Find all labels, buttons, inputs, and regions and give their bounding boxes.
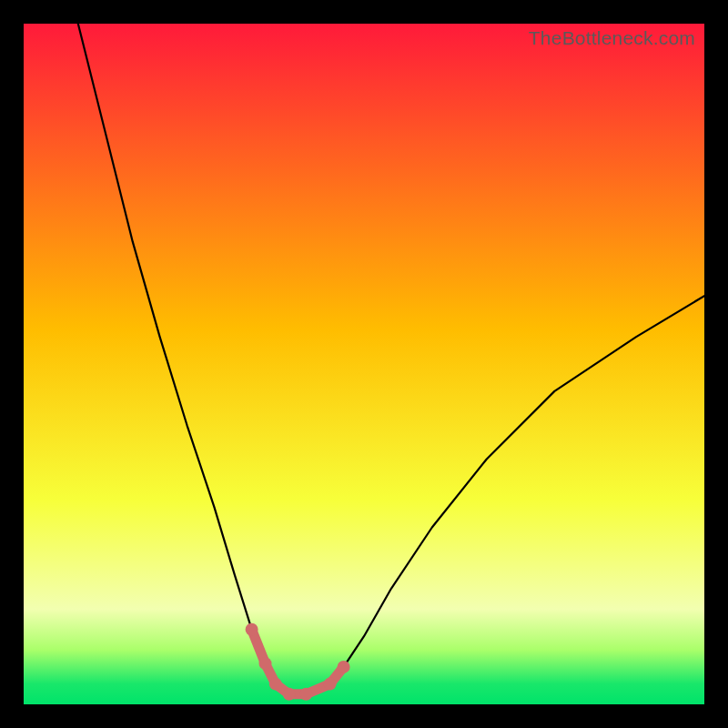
highlight-dot: [269, 678, 282, 691]
gradient-background: [24, 24, 704, 704]
plot-area: TheBottleneck.com: [24, 24, 704, 704]
highlight-dot: [246, 623, 258, 636]
chart-frame: TheBottleneck.com: [0, 0, 728, 728]
bottleneck-chart: [24, 24, 704, 704]
highlight-dot: [259, 657, 272, 670]
highlight-dot: [299, 688, 312, 701]
highlight-dot: [338, 661, 350, 673]
highlight-dot: [283, 688, 296, 701]
watermark-label: TheBottleneck.com: [529, 27, 695, 49]
highlight-dot: [324, 678, 337, 691]
